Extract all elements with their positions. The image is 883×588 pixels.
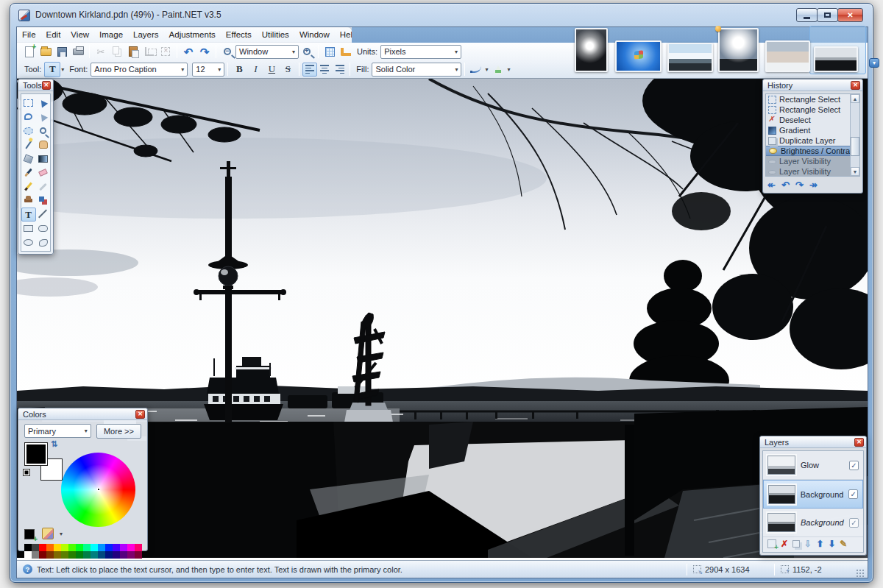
save-button[interactable] bbox=[54, 44, 70, 60]
palette-swatch[interactable] bbox=[46, 544, 54, 551]
chevron-down-icon[interactable]: ▾ bbox=[60, 531, 63, 537]
palette-swatch[interactable] bbox=[113, 544, 120, 551]
menu-adjustments[interactable]: Adjustments bbox=[164, 27, 221, 43]
close-button[interactable]: ✕ bbox=[837, 8, 863, 22]
font-size-dropdown[interactable]: 12 ▾ bbox=[192, 63, 224, 77]
scroll-up-icon[interactable]: ▲ bbox=[851, 94, 859, 103]
palette-swatch[interactable] bbox=[61, 544, 68, 551]
tool-ellipse-select[interactable] bbox=[21, 124, 36, 138]
print-button[interactable] bbox=[70, 44, 86, 60]
palette-swatch[interactable] bbox=[135, 551, 142, 559]
palette-swatch[interactable] bbox=[68, 544, 76, 551]
units-dropdown[interactable]: Pixels ▾ bbox=[380, 45, 461, 59]
menu-edit[interactable]: Edit bbox=[41, 27, 66, 43]
palette-swatch[interactable] bbox=[91, 544, 98, 551]
cut-button[interactable]: ✂ bbox=[93, 44, 109, 60]
scroll-down-icon[interactable]: ▼ bbox=[851, 167, 859, 176]
history-scrollbar[interactable]: ▲ ▼ bbox=[850, 94, 859, 176]
swap-colors-icon[interactable]: ⇅ bbox=[51, 439, 57, 449]
menu-layers[interactable]: Layers bbox=[128, 27, 164, 43]
zoom-mode-dropdown[interactable]: Window ▾ bbox=[235, 45, 299, 59]
color-wheel-selector[interactable] bbox=[97, 488, 100, 491]
menu-utilities[interactable]: Utilities bbox=[257, 27, 294, 43]
tool-text[interactable]: T bbox=[21, 208, 36, 222]
delete-layer-button[interactable]: ✗ bbox=[781, 539, 788, 548]
history-item[interactable]: Rectangle Select bbox=[766, 94, 850, 105]
layer-properties-button[interactable]: ✎ bbox=[840, 539, 847, 548]
layers-palette-titlebar[interactable]: Layers ✕ bbox=[760, 436, 866, 448]
history-undo-button[interactable]: ↶ bbox=[781, 180, 790, 190]
align-left-button[interactable] bbox=[302, 63, 317, 77]
palette-swatch[interactable] bbox=[113, 551, 120, 559]
palette-swatch[interactable] bbox=[39, 544, 46, 551]
document-thumbnail-clouds[interactable] bbox=[718, 28, 759, 72]
palette-swatch[interactable] bbox=[76, 544, 83, 551]
palette-swatch[interactable] bbox=[24, 551, 32, 559]
history-item[interactable]: Gradient bbox=[766, 125, 850, 135]
move-layer-down-button[interactable]: ⬇ bbox=[828, 539, 835, 548]
strikethrough-button[interactable]: S bbox=[280, 62, 296, 77]
new-button[interactable] bbox=[21, 44, 38, 60]
font-family-dropdown[interactable]: Arno Pro Caption ▾ bbox=[91, 63, 188, 77]
document-thumbnail-kirkland-active[interactable] bbox=[814, 46, 858, 72]
minimize-button[interactable] bbox=[796, 8, 818, 22]
tool-ellipse[interactable] bbox=[21, 235, 36, 249]
close-icon[interactable]: ✕ bbox=[135, 410, 145, 419]
merge-layer-down-button[interactable]: ⇩ bbox=[804, 539, 812, 548]
tool-paintbrush[interactable] bbox=[21, 166, 36, 180]
primary-color-swatch[interactable] bbox=[24, 442, 48, 466]
menu-window[interactable]: Window bbox=[294, 27, 335, 43]
maximize-button[interactable] bbox=[817, 8, 838, 22]
tool-color-picker[interactable] bbox=[36, 180, 51, 194]
crop-to-selection-button[interactable] bbox=[141, 44, 157, 60]
grid-toggle-button[interactable] bbox=[322, 44, 338, 60]
palette-swatch[interactable] bbox=[54, 544, 61, 551]
blend-mode-button[interactable] bbox=[468, 62, 484, 77]
bold-button[interactable]: B bbox=[231, 62, 247, 77]
color-mode-dropdown[interactable]: Primary ▾ bbox=[24, 424, 91, 438]
paste-button[interactable] bbox=[125, 44, 141, 60]
tool-eraser[interactable] bbox=[36, 166, 51, 180]
history-item[interactable]: Duplicate Layer bbox=[766, 135, 850, 146]
align-center-button[interactable] bbox=[317, 63, 332, 77]
chevron-down-icon[interactable]: ▾ bbox=[507, 66, 510, 73]
resize-grip[interactable] bbox=[856, 569, 865, 578]
tool-magic-wand[interactable] bbox=[21, 138, 36, 152]
antialiasing-button[interactable] bbox=[490, 62, 506, 77]
tool-lasso-select[interactable] bbox=[21, 110, 36, 124]
align-right-button[interactable] bbox=[332, 63, 347, 77]
redo-button[interactable]: ↷ bbox=[196, 44, 213, 60]
palette-swatch[interactable] bbox=[91, 551, 98, 559]
history-item-undone[interactable]: Layer Visibility bbox=[766, 156, 850, 166]
palette-swatch[interactable] bbox=[39, 551, 46, 559]
layer-visibility-checkbox[interactable]: ✓ bbox=[849, 518, 859, 528]
layer-row-background[interactable]: Background ✓ bbox=[763, 509, 863, 537]
document-thumbnail-statue[interactable] bbox=[575, 28, 608, 72]
close-icon[interactable]: ✕ bbox=[854, 438, 864, 447]
palette-swatch[interactable] bbox=[32, 544, 39, 551]
current-tool-button[interactable]: T bbox=[44, 62, 60, 77]
menu-view[interactable]: View bbox=[65, 27, 94, 43]
palette-swatch[interactable] bbox=[120, 551, 127, 559]
tool-pan[interactable] bbox=[36, 138, 51, 152]
palette-swatch[interactable] bbox=[83, 544, 91, 551]
add-new-layer-button[interactable] bbox=[767, 539, 776, 548]
palette-swatch[interactable] bbox=[54, 551, 61, 559]
layer-visibility-checkbox[interactable]: ✓ bbox=[849, 461, 859, 470]
chevron-down-icon[interactable]: ▾ bbox=[485, 66, 488, 73]
layer-row-background-selected[interactable]: Background ✓ bbox=[763, 480, 863, 509]
document-list-chevron-icon[interactable]: ▾ bbox=[869, 58, 879, 68]
color-wheel[interactable] bbox=[61, 453, 135, 527]
palette-swatch[interactable] bbox=[127, 551, 135, 559]
tool-zoom[interactable] bbox=[36, 124, 51, 138]
italic-button[interactable]: I bbox=[247, 62, 263, 77]
history-fast-forward-button[interactable]: ↠ bbox=[809, 180, 818, 190]
layer-row-glow[interactable]: Glow ✓ bbox=[763, 451, 863, 480]
history-redo-button[interactable]: ↷ bbox=[795, 180, 804, 190]
tool-freeform-shape[interactable] bbox=[36, 235, 51, 249]
palette-swatch[interactable] bbox=[135, 544, 142, 551]
zoom-out-button[interactable]: − bbox=[219, 44, 235, 60]
tool-gradient[interactable] bbox=[36, 152, 51, 166]
zoom-in-button[interactable]: + bbox=[299, 44, 315, 60]
palette-menu-button[interactable] bbox=[42, 528, 54, 539]
